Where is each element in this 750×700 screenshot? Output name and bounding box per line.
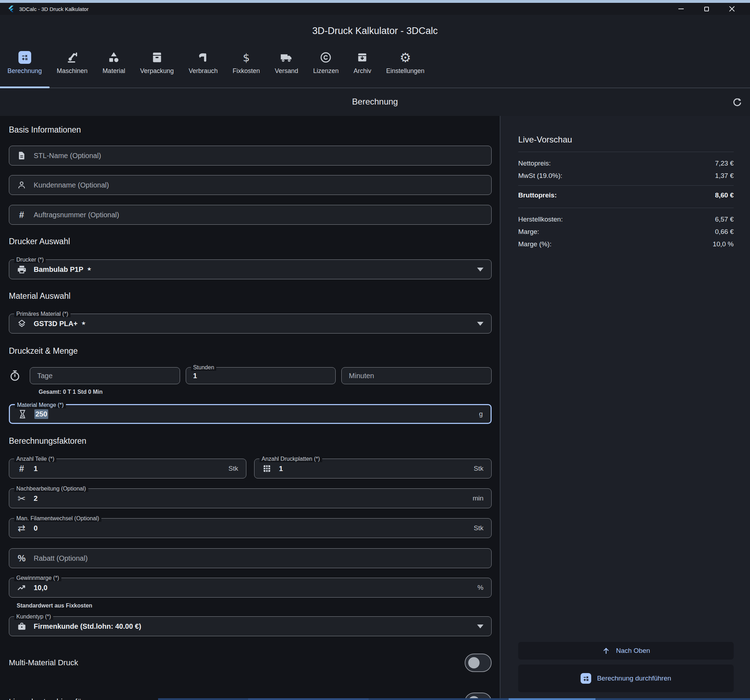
drucker-select[interactable]: Drucker (*) Bambulab P1P ★ [9, 259, 492, 279]
layers-icon [16, 319, 27, 329]
page-head: Berechnung [0, 88, 750, 116]
briefcase-icon [16, 622, 27, 631]
tab-label: Fixkosten [232, 68, 260, 75]
trending-up-icon [16, 583, 27, 593]
scroll-top-label: Nach Oben [616, 647, 650, 655]
calculator-icon [17, 51, 32, 64]
filamentwechsel-input[interactable] [34, 524, 470, 532]
tab-label: Berechnung [8, 68, 42, 75]
chevron-down-icon [477, 268, 483, 272]
page-title: Berechnung [0, 88, 750, 115]
tab-material[interactable]: Material [95, 51, 132, 75]
nachbearbeitung-label: Nachbearbeitung (Optional) [14, 485, 88, 492]
refresh-icon[interactable] [730, 95, 744, 109]
category-shapes-icon [106, 51, 121, 64]
close-button[interactable] [724, 3, 740, 14]
material-select[interactable]: Primäres Material (*) GST3D PLA+ ★ [9, 314, 492, 333]
tab-einstellungen[interactable]: ⚙ Einstellungen [378, 51, 432, 75]
printer-icon [16, 265, 27, 274]
rabatt-input[interactable] [34, 554, 483, 562]
maximize-button[interactable] [698, 3, 715, 14]
material-label: Primäres Material (*) [14, 311, 71, 317]
row-label: MwSt (19.0%): [518, 172, 562, 180]
material-menge-value[interactable]: 250 [34, 409, 48, 419]
gewinnmarge-label: Gewinnmarge (*) [14, 575, 61, 581]
material-menge-field[interactable]: Material Menge (*) 250 g [9, 404, 492, 424]
sidebar-actions: Nach Oben Berechnung durchführen [518, 642, 734, 692]
stunden-label: Stunden [191, 364, 217, 371]
calculate-button[interactable]: Berechnung durchführen [518, 665, 734, 692]
kundentyp-select[interactable]: Kundentyp (*) Firmenkunde (Std.lohn: 40.… [9, 616, 492, 636]
gewinnmarge-input[interactable] [34, 584, 473, 592]
minuten-input[interactable] [349, 372, 483, 380]
document-icon [16, 151, 27, 160]
hourglass-icon [17, 409, 28, 419]
material-value: GST3D PLA+ [34, 320, 78, 328]
taskbar-sliver-light [248, 698, 369, 700]
archive-icon [355, 51, 370, 64]
tab-label: Verbrauch [189, 68, 218, 75]
taskbar-sliver-bright [509, 698, 595, 700]
kundenname-field[interactable] [9, 175, 492, 195]
header: 3D-Druck Kalkulator - 3DCalc Berechnung [0, 15, 750, 116]
tab-archiv[interactable]: Archiv [346, 51, 378, 75]
anzahl-druckplatten-label: Anzahl Druckplatten (*) [260, 456, 322, 462]
tab-verpackung[interactable]: Verpackung [132, 51, 181, 75]
calculate-label: Berechnung durchführen [597, 674, 671, 682]
auftragsnummer-field[interactable]: # [9, 205, 492, 225]
divider [518, 208, 734, 208]
tab-maschinen[interactable]: Maschinen [49, 51, 95, 75]
row-value: 7,23 € [715, 160, 734, 167]
row-label: Bruttopreis: [518, 191, 557, 199]
timer-icon [9, 370, 30, 382]
anzahl-teile-input[interactable] [34, 465, 224, 473]
print-time-row: Stunden [9, 367, 492, 384]
menge-unit: g [475, 410, 483, 418]
kundentyp-label: Kundentyp (*) [14, 614, 53, 620]
tab-label: Maschinen [57, 68, 88, 75]
filamentwechsel-field[interactable]: Man. Filamentwechsel (Optional) ⇄ Stk [9, 518, 492, 538]
anzahl-teile-field[interactable]: Anzahl Teile (*) # Stk [9, 459, 246, 479]
flutter-logo-icon [7, 5, 15, 13]
row-label: Marge: [518, 228, 539, 236]
nachbearbeitung-input[interactable] [34, 494, 468, 503]
stl-name-field[interactable] [9, 146, 492, 166]
scroll-top-button[interactable]: Nach Oben [518, 642, 734, 660]
tage-input[interactable] [37, 372, 172, 380]
preview-row-netto: Nettopreis: 7,23 € [518, 157, 734, 169]
swap-arrows-icon: ⇄ [16, 523, 27, 533]
anzahl-druckplatten-field[interactable]: Anzahl Druckplatten (*) Stk [254, 459, 492, 479]
rabatt-field[interactable]: % [9, 548, 492, 568]
platten-unit: Stk [470, 465, 483, 473]
stl-name-input[interactable] [34, 152, 483, 160]
robot-arm-icon [65, 51, 80, 64]
tab-fixkosten[interactable]: $ Fixkosten [225, 51, 267, 75]
auftragsnummer-input[interactable] [34, 211, 483, 219]
section-druckzeit: Druckzeit & Menge [9, 346, 492, 356]
tab-berechnung[interactable]: Berechnung [0, 51, 49, 75]
tab-label: Verpackung [140, 68, 174, 75]
gewinnmarge-field[interactable]: Gewinnmarge (*) % [9, 578, 492, 597]
minimize-button[interactable] [673, 3, 689, 14]
stunden-field[interactable]: Stunden [186, 367, 336, 384]
tab-versand[interactable]: Versand [267, 51, 306, 75]
stunden-input[interactable] [193, 372, 328, 380]
multi-material-toggle[interactable] [465, 654, 492, 672]
minuten-field[interactable] [341, 367, 492, 384]
tab-lizenzen[interactable]: Lizenzen [306, 51, 346, 75]
chevron-down-icon [477, 625, 483, 628]
tab-label: Versand [275, 68, 298, 75]
row-value: 6,57 € [715, 215, 734, 223]
filamentwechsel-unit: Stk [470, 524, 483, 532]
live-preview-panel: Live-Vorschau Nettopreis: 7,23 € MwSt (1… [500, 116, 750, 700]
drucker-value: Bambulab P1P [34, 266, 83, 273]
anzahl-druckplatten-input[interactable] [279, 465, 470, 473]
row-value: 10,0 % [713, 240, 734, 248]
nachbearbeitung-field[interactable]: Nachbearbeitung (Optional) ✂ min [9, 488, 492, 508]
tab-verbrauch[interactable]: Verbrauch [181, 51, 225, 75]
tage-field[interactable] [30, 367, 180, 384]
anzahl-teile-label: Anzahl Teile (*) [14, 456, 56, 462]
percent-icon: % [16, 553, 27, 563]
kundenname-input[interactable] [34, 181, 483, 189]
tab-label: Archiv [353, 68, 371, 75]
